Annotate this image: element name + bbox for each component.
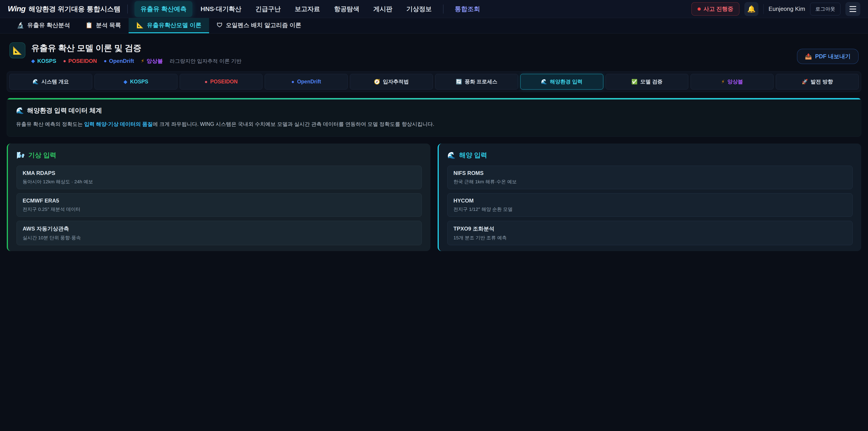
triangle-ruler-icon: 📐	[136, 22, 144, 29]
logout-button[interactable]: 로그아웃	[810, 3, 840, 16]
chip-opendrift: ● OpenDrift	[104, 58, 134, 64]
list-item-nifs-roms[interactable]: NIFS ROMS 한국 근해 1km 해류·수온 예보	[447, 166, 852, 189]
status-badge-label: 사고 진행중	[704, 5, 733, 13]
wing-logo: Wing	[8, 4, 26, 13]
section-tab-strip: 🌊 시스템 개요 ◆ KOSPS ● POSEIDON ● OpenDrift …	[7, 71, 861, 92]
nav-item-weather-info[interactable]: 기상정보	[401, 1, 438, 17]
divider	[443, 4, 443, 13]
brand-title: 해양환경 위기대응 통합시스템	[29, 4, 121, 14]
banner-description: 유출유 확산 예측의 정확도는 입력 해양·기상 데이터의 품질에 크게 좌우됩…	[16, 120, 852, 128]
diamond-icon: ◆	[123, 79, 127, 85]
page-title-block: 유출유 확산 모델 이론 및 검증 ◆ KOSPS ● POSEIDON ● O…	[31, 42, 797, 65]
ocean-item-list: NIFS ROMS 한국 근해 1km 해류·수온 예보 HYCOM 전지구 1…	[447, 166, 852, 245]
page-subtitle: 라그랑지안 입자추적 이론 기반	[169, 58, 241, 65]
tab-label: 유출유 확산분석	[27, 21, 70, 29]
incident-status-badge[interactable]: 사고 진행중	[691, 2, 739, 16]
lightning-icon: ⚡	[141, 58, 144, 64]
strip-tab-ensemble[interactable]: ⚡ 앙상블	[690, 74, 774, 90]
main-content: 📐 유출유 확산 모델 이론 및 검증 ◆ KOSPS ● POSEIDON ●…	[0, 33, 868, 257]
status-dot-icon	[698, 7, 701, 11]
list-item-aws-observation[interactable]: AWS 자동기상관측 실시간 10분 단위 풍향·풍속	[17, 221, 422, 245]
list-item-hycom[interactable]: HYCOM 전지구 1/12° 해양 순환 모델	[447, 193, 852, 217]
circle-icon: ●	[205, 79, 208, 85]
wave-icon: 🌊	[33, 79, 39, 85]
hamburger-icon	[849, 6, 856, 7]
notification-bell-button[interactable]: 🔔	[744, 2, 758, 16]
pdf-export-label: PDF 내보내기	[815, 53, 850, 60]
weather-card-title: 🌬️ 기상 입력	[17, 151, 422, 160]
list-item-ecmwf-era5[interactable]: ECMWF ERA5 전지구 0.25° 재분석 데이터	[17, 193, 422, 217]
strip-tab-model-validation[interactable]: ✅ 모델 검증	[606, 74, 688, 90]
tab-oil-spill-analysis[interactable]: 🔬 유출유 확산분석	[9, 18, 78, 33]
strip-tab-poseidon[interactable]: ● POSEIDON	[180, 74, 263, 90]
check-icon: ✅	[631, 79, 638, 85]
nav-item-board[interactable]: 게시판	[368, 1, 398, 17]
bell-icon: 🔔	[747, 5, 755, 13]
ocean-card-title: 🌊 해양 입력	[447, 151, 852, 160]
brand: Wing 해양환경 위기대응 통합시스템	[8, 4, 121, 14]
circle-icon: ●	[291, 79, 294, 85]
page-title: 유출유 확산 모델 이론 및 검증	[31, 42, 797, 54]
weather-item-list: KMA RDAPS 동아시아 12km 해상도 · 24h 예보 ECMWF E…	[17, 166, 422, 245]
microscope-icon: 🔬	[17, 22, 24, 29]
list-item-tpxo9[interactable]: TPXO9 조화분석 15개 분조 기반 조류 예측	[447, 221, 852, 245]
shield-icon: 🛡	[217, 22, 223, 29]
wave-icon: 🌊	[447, 151, 456, 159]
chip-kosps: ◆ KOSPS	[31, 58, 56, 64]
list-item-kma-rdaps[interactable]: KMA RDAPS 동아시아 12km 해상도 · 24h 예보	[17, 166, 422, 189]
tab-diffusion-model-theory[interactable]: 📐 유출유확산모델 이론	[129, 18, 209, 33]
ocean-input-card: 🌊 해양 입력 NIFS ROMS 한국 근해 1km 해류·수온 예보 HYC…	[438, 144, 861, 251]
nav-item-integrated-search[interactable]: 통합조회	[449, 1, 486, 17]
clipboard-icon: 📋	[86, 22, 93, 29]
tab-label: 분석 목록	[96, 21, 121, 29]
strip-tab-particle-tracking[interactable]: 🧭 입자추적법	[350, 74, 433, 90]
banner-body: 🌊 해양환경 입력 데이터 체계 유출유 확산 예측의 정확도는 입력 해양·기…	[7, 99, 861, 136]
circle-icon: ●	[104, 58, 107, 64]
tab-label: 오일펜스 배치 알고리즘 이론	[226, 21, 301, 29]
divider	[763, 4, 764, 14]
nav-item-oil-spill-prediction[interactable]: 유출유 확산예측	[134, 1, 192, 17]
nav-item-emergency-rescue[interactable]: 긴급구난	[250, 1, 287, 17]
page-title-icon: 📐	[9, 42, 25, 58]
page-header: 📐 유출유 확산 모델 이론 및 검증 ◆ KOSPS ● POSEIDON ●…	[7, 39, 861, 66]
strip-tab-kosps[interactable]: ◆ KOSPS	[94, 74, 178, 90]
top-navigation-bar: Wing 해양환경 위기대응 통합시스템 유출유 확산예측 HNS·대기확산 긴…	[0, 0, 868, 18]
lightning-icon: ⚡	[721, 79, 725, 85]
tab-label: 유출유확산모델 이론	[147, 21, 202, 29]
pdf-export-button[interactable]: 📤 PDF 내보내기	[797, 49, 859, 64]
model-chip-row: ◆ KOSPS ● POSEIDON ● OpenDrift ⚡ 앙상블 라그랑…	[31, 57, 797, 65]
banner-title: 🌊 해양환경 입력 데이터 체계	[16, 106, 852, 115]
cycle-icon: 🔄	[456, 79, 462, 85]
weather-input-card: 🌬️ 기상 입력 KMA RDAPS 동아시아 12km 해상도 · 24h 예…	[7, 144, 430, 251]
chip-ensemble: ⚡ 앙상블	[141, 57, 163, 65]
wave-icon: 🌊	[541, 79, 547, 85]
triangle-ruler-icon: 📐	[13, 46, 22, 55]
topnav-right-cluster: 사고 진행중 🔔 Eunjeong Kim 로그아웃	[691, 2, 860, 16]
nav-item-hns-air-diffusion[interactable]: HNS·대기확산	[195, 1, 247, 17]
chip-poseidon: ● POSEIDON	[63, 58, 97, 64]
nav-item-reports[interactable]: 보고자료	[289, 1, 326, 17]
wind-icon: 🌬️	[17, 151, 25, 159]
input-data-cards: 🌬️ 기상 입력 KMA RDAPS 동아시아 12km 해상도 · 24h 예…	[7, 144, 861, 251]
tab-oil-fence-algorithm-theory[interactable]: 🛡 오일펜스 배치 알고리즘 이론	[209, 18, 309, 33]
tab-analysis-list[interactable]: 📋 분석 목록	[78, 18, 129, 33]
wave-icon: 🌊	[16, 107, 24, 114]
strip-tab-opendrift[interactable]: ● OpenDrift	[265, 74, 348, 90]
strip-tab-future-direction[interactable]: 🚀 발전 방향	[776, 74, 859, 90]
hamburger-menu-button[interactable]	[845, 2, 860, 16]
diamond-icon: ◆	[31, 58, 35, 64]
user-name: Eunjeong Kim	[769, 5, 805, 12]
circle-icon: ●	[63, 58, 66, 64]
strip-tab-marine-env-input[interactable]: 🌊 해양환경 입력	[520, 74, 603, 90]
marine-env-input-banner: 🌊 해양환경 입력 데이터 체계 유출유 확산 예측의 정확도는 입력 해양·기…	[7, 98, 861, 137]
export-icon: 📤	[805, 53, 812, 60]
divider	[127, 4, 128, 13]
compass-icon: 🧭	[374, 79, 380, 85]
banner-highlight: 입력 해양·기상 데이터의 품질	[84, 121, 153, 127]
strip-tab-system-overview[interactable]: 🌊 시스템 개요	[9, 74, 92, 90]
rocket-icon: 🚀	[802, 79, 808, 85]
main-menu: 유출유 확산예측 HNS·대기확산 긴급구난 보고자료 항공탐색 게시판 기상정…	[134, 1, 691, 17]
nav-item-aerial-search[interactable]: 항공탐색	[328, 1, 365, 17]
strip-tab-weathering-process[interactable]: 🔄 풍화 프로세스	[435, 74, 518, 90]
sub-tab-bar: 🔬 유출유 확산분석 📋 분석 목록 📐 유출유확산모델 이론 🛡 오일펜스 배…	[0, 18, 868, 33]
